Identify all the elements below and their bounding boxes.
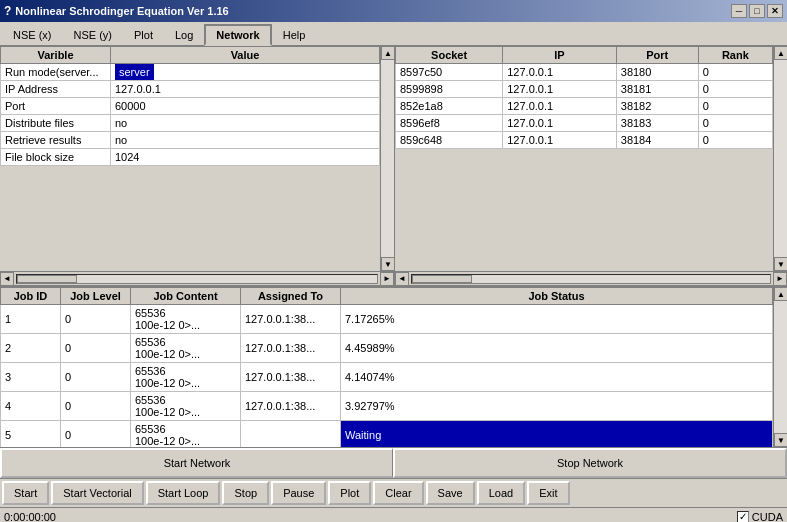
socket-cell: 8599898 — [396, 81, 503, 98]
job-assigned-cell: 127.0.0.1:38... — [241, 334, 341, 363]
variables-table-container[interactable]: Varible Value Run mode(server... server … — [0, 46, 380, 271]
scroll-track[interactable] — [774, 301, 787, 433]
table-row: 852e1a8 127.0.0.1 38182 0 — [396, 98, 773, 115]
right-scrollbar-h[interactable]: ◄ ► — [395, 271, 787, 285]
rank-cell: 0 — [698, 64, 772, 81]
pause-button[interactable]: Pause — [271, 481, 326, 505]
table-row: File block size 1024 — [1, 149, 380, 166]
menu-network[interactable]: Network — [204, 24, 271, 46]
col-job-level: Job Level — [61, 288, 131, 305]
col-socket: Socket — [396, 47, 503, 64]
left-scrollbar-h[interactable]: ◄ ► — [0, 271, 394, 285]
menu-nse-x[interactable]: NSE (x) — [2, 24, 63, 45]
variables-table: Varible Value Run mode(server... server … — [0, 46, 380, 166]
sockets-table-container[interactable]: Socket IP Port Rank 8597c50 127.0.0.1 38… — [395, 46, 773, 271]
action-bar: Start Start Vectorial Start Loop Stop Pa… — [0, 478, 787, 507]
menu-help[interactable]: Help — [272, 24, 317, 45]
scroll-up-arrow[interactable]: ▲ — [774, 46, 787, 60]
job-id-cell: 1 — [1, 305, 61, 334]
ip-cell: 127.0.0.1 — [503, 115, 617, 132]
job-row: 4 0 65536100e-12 0>... 127.0.0.1:38... 3… — [1, 392, 773, 421]
menu-plot[interactable]: Plot — [123, 24, 164, 45]
job-content-cell: 65536100e-12 0>... — [131, 363, 241, 392]
h-scroll-track[interactable] — [16, 274, 378, 284]
scroll-down-arrow[interactable]: ▼ — [774, 433, 787, 447]
job-status-cell: 7.17265% — [341, 305, 773, 334]
left-scrollbar-v[interactable]: ▲ ▼ — [380, 46, 394, 271]
job-content-cell: 65536100e-12 0>... — [131, 421, 241, 448]
scroll-track[interactable] — [381, 60, 394, 257]
varible-cell: Port — [1, 98, 111, 115]
socket-cell: 8597c50 — [396, 64, 503, 81]
job-assigned-cell — [241, 421, 341, 448]
minimize-button[interactable]: ─ — [731, 4, 747, 18]
ip-cell: 127.0.0.1 — [503, 64, 617, 81]
menu-log[interactable]: Log — [164, 24, 204, 45]
job-status-waiting-cell: Waiting — [341, 421, 773, 448]
h-scroll-thumb[interactable] — [17, 275, 77, 283]
clear-button[interactable]: Clear — [373, 481, 423, 505]
value-cell: no — [111, 132, 380, 149]
job-status-cell: 4.14074% — [341, 363, 773, 392]
title-bar: ? Nonlinear Schrodinger Equation Ver 1.1… — [0, 0, 787, 22]
h-scroll-thumb[interactable] — [412, 275, 472, 283]
window-title: Nonlinear Schrodinger Equation Ver 1.16 — [15, 5, 228, 17]
jobs-table-container[interactable]: Job ID Job Level Job Content Assigned To… — [0, 287, 773, 447]
scroll-right-arrow[interactable]: ► — [380, 272, 394, 286]
scroll-down-arrow[interactable]: ▼ — [381, 257, 394, 271]
menu-bar: NSE (x) NSE (y) Plot Log Network Help — [0, 22, 787, 46]
scroll-track[interactable] — [774, 60, 787, 257]
stop-button[interactable]: Stop — [222, 481, 269, 505]
scroll-down-arrow[interactable]: ▼ — [774, 257, 787, 271]
save-button[interactable]: Save — [426, 481, 475, 505]
stop-network-button[interactable]: Stop Network — [393, 448, 787, 478]
port-cell: 38183 — [616, 115, 698, 132]
col-header-varible: Varible — [1, 47, 111, 64]
table-row: Distribute files no — [1, 115, 380, 132]
maximize-button[interactable]: □ — [749, 4, 765, 18]
job-row: 3 0 65536100e-12 0>... 127.0.0.1:38... 4… — [1, 363, 773, 392]
scroll-left-arrow[interactable]: ◄ — [0, 272, 14, 286]
plot-button[interactable]: Plot — [328, 481, 371, 505]
cuda-label: CUDA — [752, 511, 783, 523]
start-vectorial-button[interactable]: Start Vectorial — [51, 481, 143, 505]
socket-cell: 8596ef8 — [396, 115, 503, 132]
scroll-up-arrow[interactable]: ▲ — [381, 46, 394, 60]
cuda-checkbox[interactable]: ✓ — [737, 511, 749, 523]
col-header-value: Value — [111, 47, 380, 64]
menu-nse-y[interactable]: NSE (y) — [63, 24, 124, 45]
value-cell: 1024 — [111, 149, 380, 166]
left-panel: Varible Value Run mode(server... server … — [0, 46, 395, 285]
rank-cell: 0 — [698, 132, 772, 149]
varible-cell: File block size — [1, 149, 111, 166]
load-button[interactable]: Load — [477, 481, 525, 505]
rank-cell: 0 — [698, 115, 772, 132]
network-buttons: Start Network Stop Network — [0, 447, 787, 478]
job-assigned-cell: 127.0.0.1:38... — [241, 392, 341, 421]
job-content-cell: 65536100e-12 0>... — [131, 334, 241, 363]
right-scrollbar-v[interactable]: ▲ ▼ — [773, 46, 787, 271]
jobs-scrollbar-v[interactable]: ▲ ▼ — [773, 287, 787, 447]
close-button[interactable]: ✕ — [767, 4, 783, 18]
job-status-cell: 4.45989% — [341, 334, 773, 363]
cuda-checkbox-container: ✓ CUDA — [737, 511, 783, 523]
value-cell: no — [111, 115, 380, 132]
h-scroll-track[interactable] — [411, 274, 771, 284]
job-level-cell: 0 — [61, 363, 131, 392]
start-loop-button[interactable]: Start Loop — [146, 481, 221, 505]
job-row: 2 0 65536100e-12 0>... 127.0.0.1:38... 4… — [1, 334, 773, 363]
value-cell: 127.0.0.1 — [111, 81, 380, 98]
server-value: server — [115, 64, 154, 80]
main-content: Varible Value Run mode(server... server … — [0, 46, 787, 286]
job-id-cell: 2 — [1, 334, 61, 363]
exit-button[interactable]: Exit — [527, 481, 569, 505]
scroll-up-arrow[interactable]: ▲ — [774, 287, 787, 301]
start-network-button[interactable]: Start Network — [0, 448, 393, 478]
start-button[interactable]: Start — [2, 481, 49, 505]
col-ip: IP — [503, 47, 617, 64]
scroll-right-arrow[interactable]: ► — [773, 272, 787, 286]
scroll-left-arrow[interactable]: ◄ — [395, 272, 409, 286]
rank-cell: 0 — [698, 81, 772, 98]
job-content-cell: 65536100e-12 0>... — [131, 392, 241, 421]
right-panel: Socket IP Port Rank 8597c50 127.0.0.1 38… — [395, 46, 787, 285]
